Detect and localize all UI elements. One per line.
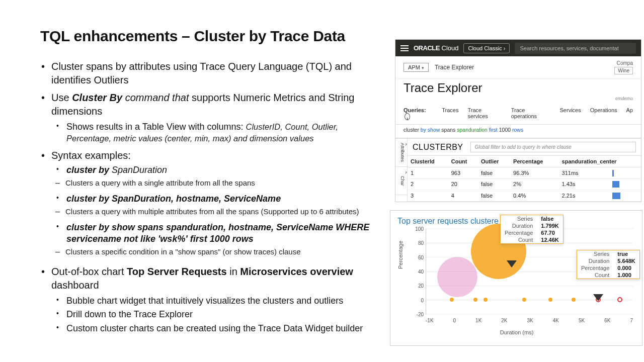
query-text: spans [440, 127, 457, 133]
chart-point[interactable] [522, 298, 526, 302]
query-text: cluster [404, 127, 421, 133]
table-row[interactable]: 1963false96.3%311ms [408, 167, 641, 179]
y-axis: 100806040200-20 [413, 229, 425, 314]
chart-point[interactable] [572, 298, 576, 302]
rail-chart[interactable]: › Char [395, 167, 407, 195]
col-center[interactable]: spanduration_center [559, 156, 641, 167]
cloud-header: ORACLE Cloud Cloud Classic › Search reso… [395, 40, 641, 56]
tab-trace-operations[interactable]: Trace operations [511, 104, 551, 124]
rail-label: Attributes [400, 143, 405, 162]
cloud-classic-button[interactable]: Cloud Classic › [463, 43, 510, 53]
tooltip-value: 1.799K [537, 222, 562, 229]
text-bold-italic: Cluster By [72, 92, 125, 103]
x-axis: -1K01K2K3K4K5K6K7 [426, 318, 633, 323]
bullet-list: Cluster spans by attributes using Trace … [40, 60, 385, 334]
query-editor[interactable]: cluster by show spans spanduration first… [395, 125, 641, 138]
syntax-2-desc: Clusters a query with multiple attribute… [51, 207, 385, 217]
button-label: Cloud Classic [468, 45, 503, 51]
query-text: 1000 [499, 127, 512, 133]
x-axis-label: Duration (ms) [397, 329, 636, 335]
apm-bar: APM ▾ Trace Explorer Compa Wine [395, 56, 641, 79]
chart-canvas: Percentage 100806040200-20 -1K01K2K3K4K5… [397, 229, 636, 329]
bullet-4-sub-1: Bubble chart widget that intuitively vis… [51, 295, 385, 307]
text-bold: Microservices overview [240, 266, 353, 277]
text-bold: Top Server Requests [127, 266, 229, 277]
chevron-right-icon: › [405, 141, 407, 147]
code: cluster by SpanDuration, hostname, Servi… [66, 194, 281, 204]
breadcrumb[interactable]: Trace Explorer [435, 64, 474, 71]
table-header-row: ClusterId Count Outlier Percentage spand… [408, 156, 641, 167]
chart-point[interactable] [484, 298, 488, 302]
syntax-1: cluster by SpanDuration [51, 164, 385, 176]
side-rails: › Attributes › Char [395, 139, 408, 202]
tab-traces[interactable]: Traces [442, 104, 458, 124]
tooltip-series-false: Seriesfalse Duration1.799K Percentage67.… [500, 215, 564, 244]
chart-point[interactable] [450, 298, 454, 302]
query-keyword: rows [512, 127, 523, 133]
page-subid: emdemo [395, 96, 641, 104]
tooltip-value: 5.648K [613, 257, 639, 264]
query-keyword: first [488, 127, 499, 133]
chevron-right-icon: › [405, 169, 407, 175]
text: Use [51, 92, 72, 103]
chart-point[interactable] [548, 298, 552, 302]
slide-title: TQL enhancements – Cluster by Trace Data [40, 28, 385, 45]
query-field: spanduration [457, 127, 488, 133]
tooltip-value: 0.000 [613, 264, 639, 272]
text-italic: command that [125, 92, 192, 103]
bullet-2-sub: Shows results in a Table View with colum… [51, 121, 385, 145]
col-clusterid[interactable]: ClusterId [408, 156, 448, 167]
bubble-chart-screenshot: Top server requests clustere Percentage … [390, 210, 642, 346]
code-arg: SpanDuration [112, 165, 167, 175]
chart-point[interactable] [473, 298, 477, 302]
col-outlier[interactable]: Outlier [478, 156, 510, 167]
screenshot-column: ORACLE Cloud Cloud Classic › Search reso… [390, 0, 644, 362]
query-tabs: Queries: i Traces Trace services Trace o… [395, 104, 641, 125]
tab-trace-services[interactable]: Trace services [467, 104, 502, 124]
table-row[interactable]: 220false2%1.43s [408, 178, 641, 190]
results-area: › Attributes › Char CLUSTERBY Global fil… [395, 138, 641, 202]
info-icon[interactable]: i [405, 113, 410, 120]
syntax-2: cluster by SpanDuration, hostname, Servi… [51, 193, 385, 205]
hamburger-icon[interactable] [400, 45, 409, 51]
bullet-3: Syntax examples: cluster by SpanDuration… [40, 149, 385, 257]
bullet-2: Use Cluster By command that supports Num… [40, 91, 385, 145]
tooltip-value: 12.46K [537, 236, 562, 243]
apm-dropdown[interactable]: APM ▾ [404, 63, 429, 72]
query-keyword: by show [421, 127, 440, 133]
cluster-main: CLUSTERBY Global filter to add to query … [408, 139, 641, 202]
cluster-table: ClusterId Count Outlier Percentage spand… [408, 156, 641, 202]
col-percentage[interactable]: Percentage [510, 156, 558, 167]
rail-label: Char [400, 176, 405, 186]
syntax-1-desc: Clusters a query with a single attribute… [51, 178, 385, 188]
dropdown-label: APM [408, 64, 420, 70]
chart-point[interactable] [617, 297, 622, 302]
global-filter-input[interactable]: Global filter to add to query in where c… [470, 142, 636, 152]
tab-services[interactable]: Services [560, 104, 581, 124]
text: Out-of-box chart [51, 266, 127, 277]
bullet-4-sub-3: Custom cluster charts can be created usi… [51, 323, 385, 334]
col-count[interactable]: Count [448, 156, 478, 167]
logo-text: ORACLE [414, 44, 440, 52]
syntax-3: cluster by show spans spanduration, host… [51, 222, 385, 245]
compartment-picker[interactable]: Compa Wine [614, 60, 633, 74]
global-search-input[interactable]: Search resources, services, documentat [515, 43, 636, 54]
tooltip-pointer-icon [507, 260, 517, 267]
page-title: Trace Explorer [395, 79, 641, 96]
text: dashboard [51, 280, 99, 291]
chart-point[interactable] [437, 257, 477, 297]
tooltip-value: true [613, 250, 639, 257]
code: cluster by [66, 165, 112, 175]
trace-explorer-screenshot: ORACLE Cloud Cloud Classic › Search reso… [395, 39, 641, 202]
slide-root: TQL enhancements – Cluster by Trace Data… [0, 0, 644, 362]
tab-operations[interactable]: Operations [590, 104, 617, 124]
tooltip-series-true: Seriestrue Duration5.648K Percentage0.00… [577, 250, 640, 279]
rail-attributes[interactable]: › Attributes [395, 139, 407, 167]
tab-queries[interactable]: Queries: i [404, 104, 433, 124]
label: Compa [617, 60, 633, 66]
tab-app[interactable]: Ap [626, 104, 633, 124]
chevron-down-icon: ▾ [422, 65, 424, 70]
tooltip-pointer-icon [593, 294, 603, 301]
bullet-4: Out-of-box chart Top Server Requests in … [40, 265, 385, 334]
table-row[interactable]: 34false0.4%2.21s [408, 190, 641, 202]
